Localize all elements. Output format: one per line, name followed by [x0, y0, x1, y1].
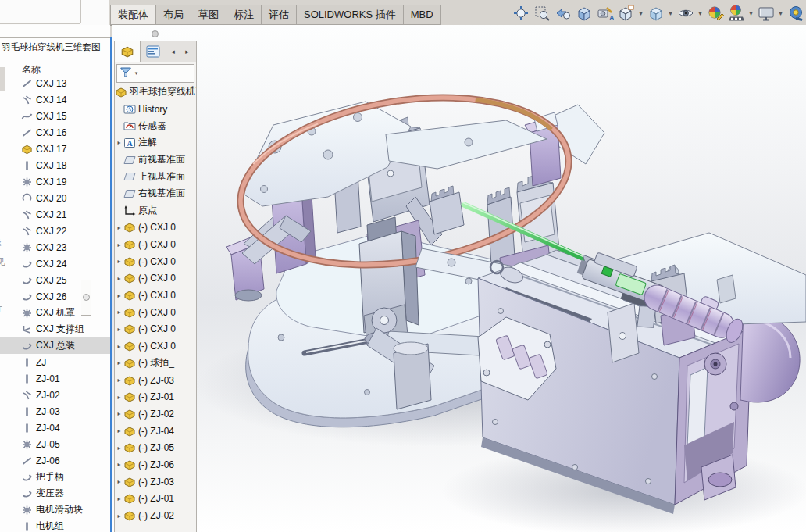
panel-collapse-handle[interactable] — [152, 30, 159, 37]
feature-tree-item-(-) ZJ-01[interactable]: ▸(-) ZJ-01 — [115, 491, 196, 508]
explorer-item-CXJ 22[interactable]: CXJ 22 — [0, 223, 110, 239]
feature-tree-item-(-) ZJ-06[interactable]: ▸(-) ZJ-06 — [115, 456, 196, 473]
filter-dropdown-arrow[interactable]: ▾ — [132, 70, 141, 77]
explorer-item-ZJ-06[interactable]: ZJ-06 — [0, 452, 110, 469]
expander-arrow-icon[interactable]: ▸ — [115, 445, 123, 452]
zoom-fit-icon[interactable] — [510, 3, 531, 23]
feature-tree-item-原点[interactable]: 原点 — [115, 202, 196, 220]
feature-tree-item-(-) ZJ-03[interactable]: ▸(-) ZJ-03 — [115, 473, 196, 491]
expander-arrow-icon[interactable]: ▸ — [115, 343, 123, 350]
feature-tree-item-注解[interactable]: ▸A注解 — [115, 134, 196, 152]
explorer-item-变压器[interactable]: 变压器 — [0, 485, 110, 502]
feature-tree-item-前视基准面[interactable]: 前视基准面 — [115, 152, 196, 169]
feature-tree-item-(-) CXJ 0[interactable]: ▸(-) CXJ 0 — [115, 253, 196, 270]
ribbon-tab-装配体[interactable]: 装配体 — [110, 5, 155, 25]
ribbon-tab-草图[interactable]: 草图 — [191, 5, 226, 25]
ribbon-tab-评估[interactable]: 评估 — [261, 5, 296, 25]
view-settings-icon[interactable] — [755, 3, 776, 23]
hide-show-items-dropdown-arrow[interactable]: ▾ — [696, 10, 704, 17]
explorer-item-CXJ 机罩[interactable]: CXJ 机罩 — [0, 305, 110, 321]
feature-tree-item-传感器[interactable]: 传感器 — [115, 117, 196, 134]
explorer-item-CXJ 26[interactable]: CXJ 26 — [0, 288, 110, 305]
previous-view-icon[interactable] — [552, 3, 573, 23]
annotation-view-icon[interactable]: A — [594, 3, 615, 23]
feature-tree-item-(-) CXJ 0[interactable]: ▸(-) CXJ 0 — [115, 287, 196, 304]
feature-tree-item-(-) ZJ-03[interactable]: ▸(-) ZJ-03 — [115, 372, 196, 389]
ribbon-tab-SOLIDWORKS 插件[interactable]: SOLIDWORKS 插件 — [296, 5, 403, 25]
feature-tree-item-上视基准面[interactable]: 上视基准面 — [115, 168, 196, 185]
explorer-item-CXJ 16[interactable]: CXJ 16 — [0, 124, 110, 141]
explorer-item-CXJ 20[interactable]: CXJ 20 — [0, 190, 110, 206]
feature-tree-item-羽毛球拍穿线机三维套图[interactable]: 羽毛球拍穿线机三维套图^ — [115, 84, 196, 101]
feature-tree-item-(-) ZJ-05[interactable]: ▸(-) ZJ-05 — [115, 439, 196, 456]
tape-measure-icon[interactable] — [785, 3, 806, 23]
feature-tree-item-(-) ZJ-02[interactable]: ▸(-) ZJ-02 — [115, 405, 196, 423]
explorer-item-CXJ 21[interactable]: CXJ 21 — [0, 206, 110, 223]
back-tab[interactable]: ◂ — [166, 41, 180, 62]
feature-tree-item-(-) CXJ 0[interactable]: ▸(-) CXJ 0 — [115, 304, 196, 321]
feature-tree-item-(-) CXJ 0[interactable]: ▸(-) CXJ 0 — [115, 236, 196, 253]
expander-arrow-icon[interactable]: ▸ — [115, 410, 123, 417]
explorer-item-电机滑动块[interactable]: 电机滑动块 — [0, 502, 110, 518]
explorer-item-CXJ 18[interactable]: CXJ 18 — [0, 157, 110, 173]
expander-arrow-icon[interactable]: ▸ — [115, 241, 123, 248]
display-style-dropdown-arrow[interactable]: ▾ — [666, 10, 675, 17]
expander-arrow-icon[interactable]: ▸ — [115, 478, 123, 485]
explorer-item-ZJ-05[interactable]: ZJ-05 — [0, 436, 110, 452]
ribbon-tab-MBD[interactable]: MBD — [403, 5, 441, 25]
explorer-item-把手柄[interactable]: 把手柄 — [0, 469, 110, 485]
explorer-item-CXJ 15[interactable]: CXJ 15 — [0, 108, 110, 124]
forward-tab[interactable]: ▸ — [180, 41, 194, 62]
expander-arrow-icon[interactable]: ▸ — [115, 326, 123, 333]
feature-tree-item-(-) 球拍_[interactable]: ▸(-) 球拍_ — [115, 355, 196, 372]
explorer-item-CXJ 14[interactable]: CXJ 14 — [0, 91, 110, 108]
expander-arrow-icon[interactable]: ▸ — [115, 427, 123, 434]
explorer-item-CXJ 17[interactable]: CXJ 17 — [0, 141, 110, 157]
tree-filter-box[interactable]: ▾ — [116, 64, 194, 83]
feature-tree-item-(-) ZJ-04[interactable]: ▸(-) ZJ-04 — [115, 423, 196, 440]
feature-tree-item-(-) ZJ-02[interactable]: ▸(-) ZJ-02 — [115, 507, 196, 524]
string-clamp[interactable] — [430, 186, 464, 234]
expander-arrow-icon[interactable]: ▸ — [115, 139, 123, 146]
assembly-tab[interactable] — [115, 41, 141, 62]
feature-tree-item-History[interactable]: History — [115, 101, 196, 118]
feature-tree-item-(-) CXJ 0[interactable]: ▸(-) CXJ 0 — [115, 220, 196, 237]
explorer-item-CXJ 23[interactable]: CXJ 23 — [0, 239, 110, 255]
apply-scene-dropdown-arrow[interactable]: ▾ — [747, 10, 755, 17]
expander-arrow-icon[interactable]: ▸ — [115, 394, 123, 401]
expander-arrow-icon[interactable]: ▸ — [115, 258, 123, 265]
explorer-item-ZJ-03[interactable]: ZJ-03 — [0, 403, 110, 420]
expander-arrow-icon[interactable]: ▸ — [115, 377, 123, 384]
feature-tree-item-(-) CXJ 0[interactable]: ▸(-) CXJ 0 — [115, 321, 196, 338]
explorer-item-ZJ-01[interactable]: ZJ-01 — [0, 370, 110, 387]
tree-scroll-up-arrow[interactable]: ^ — [191, 85, 194, 94]
explorer-item-CXJ 19[interactable]: CXJ 19 — [0, 173, 110, 190]
explorer-item-CXJ 24[interactable]: CXJ 24 — [0, 255, 110, 272]
cad-model[interactable] — [112, 25, 806, 532]
expander-arrow-icon[interactable]: ▸ — [115, 275, 123, 282]
feature-tree-item-右视基准面[interactable]: 右视基准面 — [115, 185, 196, 202]
expander-arrow-icon[interactable]: ▸ — [115, 461, 123, 468]
featuremanager-tab[interactable] — [141, 41, 166, 62]
view-orientation-icon[interactable] — [615, 3, 637, 23]
apply-scene-icon[interactable] — [726, 3, 747, 23]
feature-tree-item-(-) ZJ-01[interactable]: ▸(-) ZJ-01 — [115, 388, 196, 405]
explorer-item-CXJ 总装[interactable]: CXJ 总装 — [0, 337, 110, 354]
explorer-item-ZJ-02[interactable]: ZJ-02 — [0, 387, 110, 403]
explorer-item-CXJ 25[interactable]: CXJ 25 — [0, 272, 110, 288]
section-view-icon[interactable] — [573, 3, 594, 23]
expander-arrow-icon[interactable]: ▸ — [115, 292, 123, 299]
ribbon-tab-布局[interactable]: 布局 — [155, 5, 191, 25]
expander-arrow-icon[interactable]: ▸ — [115, 495, 123, 502]
graphics-viewport[interactable] — [112, 25, 806, 532]
explorer-item-ZJ[interactable]: ZJ — [0, 354, 110, 370]
expander-arrow-icon[interactable]: ▸ — [115, 512, 123, 520]
edit-appearance-icon[interactable] — [704, 3, 726, 23]
view-settings-dropdown-arrow[interactable]: ▾ — [776, 10, 785, 17]
feature-tree-item-(-) CXJ 0[interactable]: ▸(-) CXJ 0 — [115, 337, 196, 355]
expander-arrow-icon[interactable]: ▸ — [115, 359, 123, 366]
feature-tree-item-(-) CXJ 0[interactable]: ▸(-) CXJ 0 — [115, 270, 196, 287]
display-style-icon[interactable] — [645, 3, 666, 23]
expander-arrow-icon[interactable]: ▸ — [115, 224, 123, 231]
view-orientation-dropdown-arrow[interactable]: ▾ — [637, 10, 645, 17]
